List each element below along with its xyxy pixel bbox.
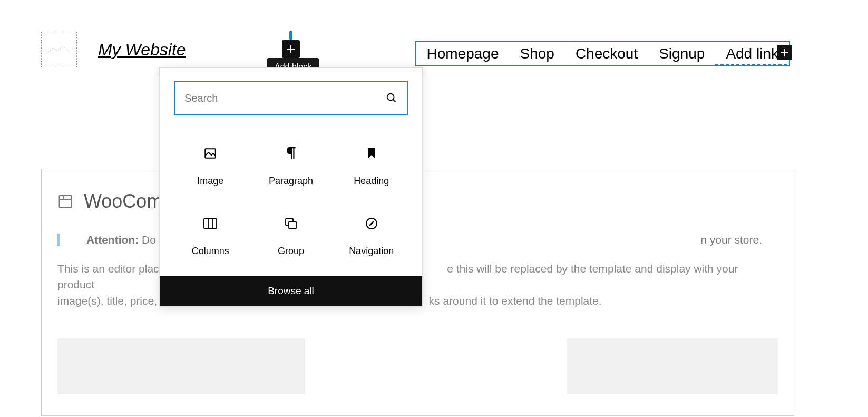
image-icon [203,147,217,160]
photo-placeholder-icon [47,43,71,56]
block-option-paragraph[interactable]: Paragraph [251,131,331,195]
block-label: Group [278,246,304,257]
search-icon [386,92,397,104]
nav-add-button[interactable] [777,45,792,60]
compass-icon [365,217,378,230]
block-label: Columns [192,246,229,257]
block-label: Heading [354,176,389,187]
paragraph-icon [285,147,297,160]
block-option-image[interactable]: Image [170,131,251,195]
block-option-heading[interactable]: Heading [331,131,412,195]
attention-right-text: n your store. [700,234,762,246]
block-option-navigation[interactable]: Navigation [331,201,412,265]
block-title: WooCom [84,190,162,212]
attention-label: Attention: [86,234,139,246]
block-label: Navigation [349,246,394,257]
nav-item-shop[interactable]: Shop [509,42,564,65]
svg-rect-4 [60,196,72,208]
block-label: Paragraph [269,176,313,187]
main-navigation[interactable]: Homepage Shop Checkout Signup Add link [415,41,791,66]
nav-item-checkout[interactable]: Checkout [565,42,648,65]
svg-line-16 [369,221,374,226]
columns-icon [203,218,218,229]
placeholder-blocks [57,338,778,394]
placeholder-box-left [57,338,305,394]
block-inserter-popover: Image Paragraph Heading Columns Group Na… [159,67,423,307]
bookmark-icon [367,147,376,160]
plus-icon [779,48,789,57]
svg-line-8 [393,100,396,102]
browse-all-button[interactable]: Browse all [160,276,422,306]
block-label: Image [197,176,223,187]
nav-item-homepage[interactable]: Homepage [416,42,510,65]
svg-rect-10 [204,219,217,228]
block-search[interactable] [174,81,408,115]
site-logo-placeholder[interactable] [41,32,77,67]
search-input[interactable] [184,92,386,104]
placeholder-box-right [567,338,778,394]
svg-rect-14 [289,221,296,229]
insertion-indicator [289,31,292,40]
plus-icon [286,44,296,54]
block-grid: Image Paragraph Heading Columns Group Na… [160,125,422,276]
nav-item-signup[interactable]: Signup [648,42,715,65]
site-title[interactable]: My Website [98,40,186,60]
block-option-group[interactable]: Group [251,201,331,265]
layout-icon [57,193,73,209]
group-icon [284,217,298,230]
block-option-columns[interactable]: Columns [170,201,251,265]
add-block-button[interactable] [282,40,300,58]
svg-point-7 [387,94,394,101]
